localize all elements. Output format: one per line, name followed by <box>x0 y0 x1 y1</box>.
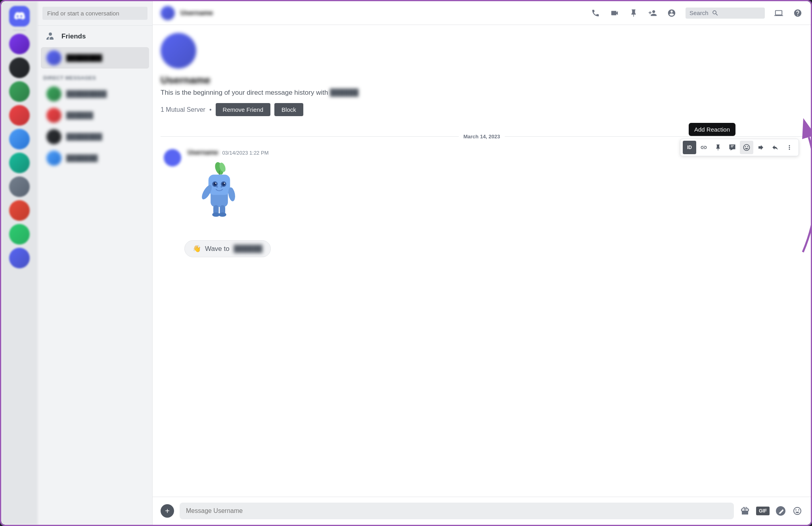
sticker-icon[interactable] <box>775 505 786 516</box>
header-avatar <box>161 6 175 20</box>
message-input[interactable] <box>180 503 734 519</box>
wave-button[interactable]: 👋 Wave to ██████ <box>184 240 271 257</box>
guild-item[interactable] <box>9 57 30 78</box>
svg-point-10 <box>216 186 218 187</box>
svg-rect-3 <box>209 175 230 195</box>
message-username: Username <box>188 149 218 156</box>
attach-button[interactable]: + <box>161 504 174 518</box>
gift-icon[interactable] <box>739 505 751 516</box>
svg-point-11 <box>220 186 222 187</box>
svg-point-9 <box>224 183 225 184</box>
channel-header: Username <box>153 1 811 25</box>
video-icon[interactable] <box>609 8 620 18</box>
message-timestamp: 03/14/2023 1:22 PM <box>222 150 268 156</box>
message-input-bar: + GIF <box>153 497 811 525</box>
guild-item[interactable] <box>9 81 30 102</box>
friends-nav-item[interactable]: Friends <box>38 26 152 47</box>
screen-icon[interactable] <box>774 8 784 18</box>
emoji-icon[interactable] <box>792 505 803 516</box>
dm-sidebar: Friends ████████ DIRECT MESSAGES ███████… <box>38 1 153 525</box>
add-reaction-tooltip: Add Reaction <box>689 123 735 136</box>
main-content: Username <box>153 1 811 525</box>
copy-link-button[interactable] <box>697 141 710 154</box>
header-icons: Search <box>590 8 803 19</box>
date-label: March 14, 2023 <box>463 134 500 140</box>
svg-point-16 <box>212 212 220 217</box>
dm-username: █████████ <box>66 90 144 98</box>
user-profile-icon[interactable] <box>666 8 677 18</box>
pin-message-button[interactable] <box>711 141 725 154</box>
friends-label: Friends <box>61 33 86 40</box>
pin-icon[interactable] <box>628 8 639 18</box>
guild-item[interactable] <box>9 129 30 149</box>
search-bar-container <box>38 1 152 26</box>
profile-actions: 1 Mutual Server • Remove Friend Block <box>161 103 303 116</box>
message-id-button[interactable]: ID <box>683 141 696 154</box>
wave-section: 👋 Wave to ██████ <box>184 232 803 257</box>
guild-separator <box>13 30 26 31</box>
dm-list-item[interactable]: ██████ <box>41 105 149 126</box>
dm-section-header: DIRECT MESSAGES <box>38 69 152 83</box>
avatar <box>46 50 61 65</box>
dm-list-item[interactable]: ███████ <box>41 147 149 169</box>
profile-avatar-large <box>161 33 196 69</box>
guild-item[interactable] <box>9 153 30 173</box>
dm-history-text: This is the beginning of your direct mes… <box>161 89 358 97</box>
more-actions-button[interactable] <box>783 141 796 154</box>
separator-line-left <box>161 136 459 137</box>
dm-username: ██████ <box>66 112 144 119</box>
dm-username: ███████ <box>66 155 144 162</box>
wave-emoji: 👋 <box>193 245 201 253</box>
remove-friend-button[interactable]: Remove Friend <box>216 103 271 116</box>
separator-dot: • <box>209 106 212 113</box>
thread-button[interactable] <box>726 141 739 154</box>
dm-username: ████████ <box>66 54 144 61</box>
avatar <box>46 129 61 144</box>
mutual-servers-count: 1 Mutual Server <box>161 106 205 113</box>
guild-item[interactable] <box>9 224 30 245</box>
header-username: Username <box>180 9 585 17</box>
search-label: Search <box>689 10 709 16</box>
guild-item[interactable] <box>9 248 30 268</box>
gif-button[interactable]: GIF <box>756 507 770 515</box>
dm-username: ████████ <box>66 133 144 140</box>
add-friend-icon[interactable] <box>647 8 658 18</box>
guild-item[interactable] <box>9 200 30 221</box>
wave-recipient: ██████ <box>234 245 262 253</box>
dm-list-item[interactable]: ████████ <box>41 47 149 69</box>
message-sticker <box>188 158 251 221</box>
profile-username-large: Username <box>161 74 211 86</box>
wave-label: Wave to ██████ <box>205 245 262 253</box>
recipient-name: ██████ <box>330 89 358 97</box>
find-conversation-input[interactable] <box>42 7 147 20</box>
forward-button[interactable] <box>754 141 768 154</box>
block-button[interactable]: Block <box>274 103 303 116</box>
svg-point-17 <box>219 212 226 217</box>
call-icon[interactable] <box>590 8 601 18</box>
friends-icon <box>43 30 57 43</box>
discord-home-button[interactable] <box>9 6 30 27</box>
help-icon[interactable] <box>793 8 803 18</box>
avatar <box>46 108 61 123</box>
guild-item[interactable] <box>9 105 30 126</box>
avatar <box>46 86 61 101</box>
avatar <box>46 151 61 166</box>
separator-line-right <box>505 136 803 137</box>
messages-area: Username This is the beginning of your d… <box>153 25 811 497</box>
dm-list-item[interactable]: █████████ <box>41 83 149 105</box>
add-reaction-button[interactable] <box>740 141 753 154</box>
message-avatar <box>164 149 181 166</box>
dm-list-item[interactable]: ████████ <box>41 126 149 147</box>
guild-bar <box>1 1 38 525</box>
reply-button[interactable] <box>768 141 782 154</box>
profile-section: Username This is the beginning of your d… <box>161 33 803 124</box>
svg-point-8 <box>215 183 216 184</box>
message-action-toolbar: ID <box>680 139 799 156</box>
channel-search[interactable]: Search <box>686 8 765 19</box>
input-icons: GIF <box>739 505 803 516</box>
message-content: Username 03/14/2023 1:22 PM <box>188 149 800 221</box>
guild-item[interactable] <box>9 34 30 54</box>
message-row: Username 03/14/2023 1:22 PM <box>161 146 803 224</box>
guild-item[interactable] <box>9 176 30 197</box>
